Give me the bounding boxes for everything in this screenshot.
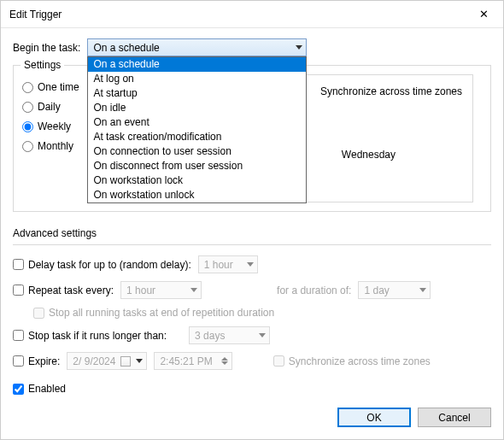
duration-combo[interactable]: 1 day <box>358 281 431 299</box>
begin-combo-box[interactable]: On a schedule <box>87 38 307 56</box>
radio-weekly[interactable]: Weekly <box>22 120 90 132</box>
radio-daily[interactable]: Daily <box>22 101 90 113</box>
begin-label: Begin the task: <box>13 42 80 54</box>
chevron-down-icon <box>136 359 143 363</box>
dropdown-item[interactable]: On connection to user session <box>88 144 306 159</box>
cancel-button[interactable]: Cancel <box>418 408 491 427</box>
repeat-row: Repeat task every: 1 hour for a duration… <box>13 281 491 299</box>
dropdown-item[interactable]: At log on <box>88 72 306 86</box>
enabled-label: Enabled <box>28 383 66 395</box>
duration-label: for a duration of: <box>277 285 351 296</box>
stop-if-value: 3 days <box>195 330 225 342</box>
expire-time-value: 2:45:21 PM <box>160 355 212 367</box>
expire-checkbox[interactable]: Expire: <box>13 355 60 367</box>
stop-all-label: Stop all running tasks at end of repetit… <box>49 307 274 319</box>
dropdown-item[interactable]: On a schedule <box>88 57 306 72</box>
spinner-up-icon <box>221 357 228 361</box>
stop-if-checkbox[interactable]: Stop task if it runs longer than: <box>13 330 167 342</box>
expire-sync-label: Synchronize across time zones <box>289 355 431 367</box>
window-title: Edit Trigger <box>9 9 62 21</box>
chevron-down-icon <box>190 288 197 292</box>
repeat-checkbox-input[interactable] <box>13 285 24 296</box>
dropdown-item[interactable]: At task creation/modification <box>88 130 306 144</box>
dropdown-item[interactable]: On idle <box>88 101 306 115</box>
radio-weekly-input[interactable] <box>22 121 33 132</box>
stop-if-checkbox-input[interactable] <box>13 330 24 341</box>
close-button[interactable]: ✕ <box>465 1 503 28</box>
delay-label: Delay task for up to (random delay): <box>28 259 191 271</box>
begin-dropdown: On a schedule At log on At startup On id… <box>87 56 307 203</box>
stop-if-label: Stop task if it runs longer than: <box>28 330 167 342</box>
dropdown-item[interactable]: On an event <box>88 115 306 130</box>
expire-time-picker[interactable]: 2:45:21 PM <box>154 352 231 370</box>
radio-daily-label: Daily <box>38 101 61 113</box>
radio-monthly-input[interactable] <box>22 141 33 152</box>
close-icon: ✕ <box>479 8 489 21</box>
expire-date-picker[interactable]: 2/ 9/2024 <box>67 352 147 370</box>
titlebar: Edit Trigger ✕ <box>1 1 503 28</box>
repeat-combo[interactable]: 1 hour <box>120 281 202 299</box>
enabled-checkbox[interactable]: Enabled <box>13 383 66 395</box>
repeat-checkbox[interactable]: Repeat task every: <box>13 285 114 296</box>
radio-one-time-label: One time <box>38 81 79 93</box>
time-spinner[interactable] <box>221 357 228 365</box>
delay-combo[interactable]: 1 hour <box>198 255 258 273</box>
dropdown-item[interactable]: On disconnect from user session <box>88 159 306 173</box>
radio-one-time[interactable]: One time <box>22 81 90 93</box>
dropdown-item[interactable]: At startup <box>88 86 306 101</box>
begin-combo[interactable]: On a schedule On a schedule At log on At… <box>87 38 307 56</box>
begin-row: Begin the task: On a schedule On a sched… <box>13 38 491 56</box>
calendar-icon <box>120 356 131 367</box>
dialog-content: Begin the task: On a schedule On a sched… <box>1 28 503 403</box>
enabled-row: Enabled <box>13 383 491 395</box>
advanced-group: Delay task for up to (random delay): 1 h… <box>13 244 491 395</box>
expire-sync-checkbox: Synchronize across time zones <box>273 355 431 367</box>
cancel-button-label: Cancel <box>438 412 470 424</box>
wednesday-label: Wednesday <box>342 149 396 161</box>
dialog-buttons: OK Cancel <box>337 408 491 427</box>
sync-zones-label: Synchronize across time zones <box>320 85 462 97</box>
repeat-label: Repeat task every: <box>28 285 114 296</box>
expire-checkbox-input[interactable] <box>13 355 24 367</box>
delay-checkbox-input[interactable] <box>13 259 24 270</box>
enabled-checkbox-input[interactable] <box>13 384 24 395</box>
radio-weekly-label: Weekly <box>38 120 71 132</box>
ok-button[interactable]: OK <box>337 408 411 427</box>
expire-sync-checkbox-input <box>273 355 284 367</box>
spinner-down-icon <box>221 361 228 365</box>
stop-all-checkbox: Stop all running tasks at end of repetit… <box>33 307 274 319</box>
chevron-down-icon <box>247 262 254 267</box>
stop-if-combo[interactable]: 3 days <box>189 326 270 344</box>
delay-row: Delay task for up to (random delay): 1 h… <box>13 255 491 273</box>
delay-checkbox[interactable]: Delay task for up to (random delay): <box>13 259 191 271</box>
ok-button-label: OK <box>366 412 381 424</box>
radio-daily-input[interactable] <box>22 102 33 113</box>
expire-date-value: 2/ 9/2024 <box>73 355 115 367</box>
expire-label: Expire: <box>28 355 60 367</box>
duration-value: 1 day <box>364 285 389 296</box>
dropdown-item[interactable]: On workstation lock <box>88 173 306 188</box>
stop-if-row: Stop task if it runs longer than: 3 days <box>13 326 491 344</box>
radio-monthly[interactable]: Monthly <box>22 140 90 152</box>
settings-group-title: Settings <box>21 59 64 71</box>
dropdown-item[interactable]: On workstation unlock <box>88 188 306 202</box>
radio-monthly-label: Monthly <box>38 140 73 152</box>
repeat-value: 1 hour <box>126 285 155 296</box>
expire-row: Expire: 2/ 9/2024 2:45:21 PM Synchronize… <box>13 352 491 370</box>
schedule-radio-group: One time Daily Weekly Monthly <box>14 74 95 202</box>
advanced-title: Advanced settings <box>13 227 491 239</box>
chevron-down-icon <box>259 333 266 337</box>
stop-all-row: Stop all running tasks at end of repetit… <box>33 307 491 319</box>
stop-all-checkbox-input <box>33 308 44 319</box>
radio-one-time-input[interactable] <box>22 82 33 93</box>
delay-value: 1 hour <box>204 259 233 271</box>
begin-combo-value: On a schedule <box>93 42 159 54</box>
chevron-down-icon <box>296 45 302 50</box>
chevron-down-icon <box>419 288 426 292</box>
